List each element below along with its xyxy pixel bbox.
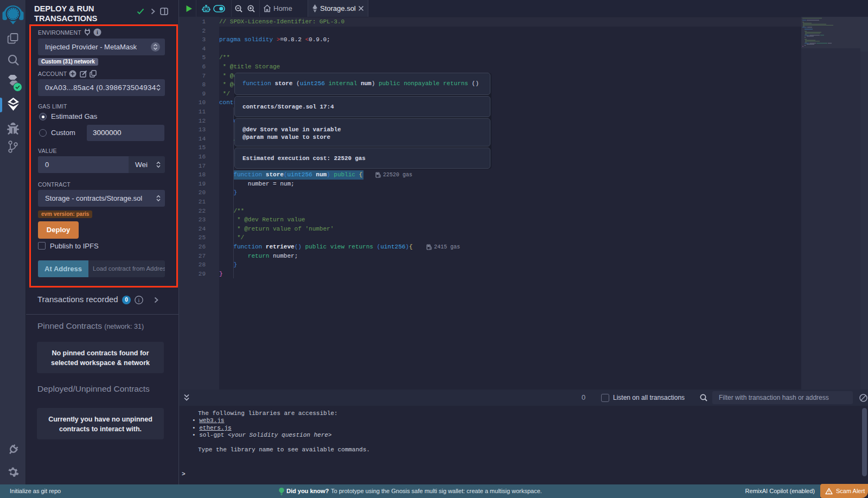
svg-text:i: i <box>97 29 98 35</box>
svg-text:i: i <box>138 297 140 303</box>
